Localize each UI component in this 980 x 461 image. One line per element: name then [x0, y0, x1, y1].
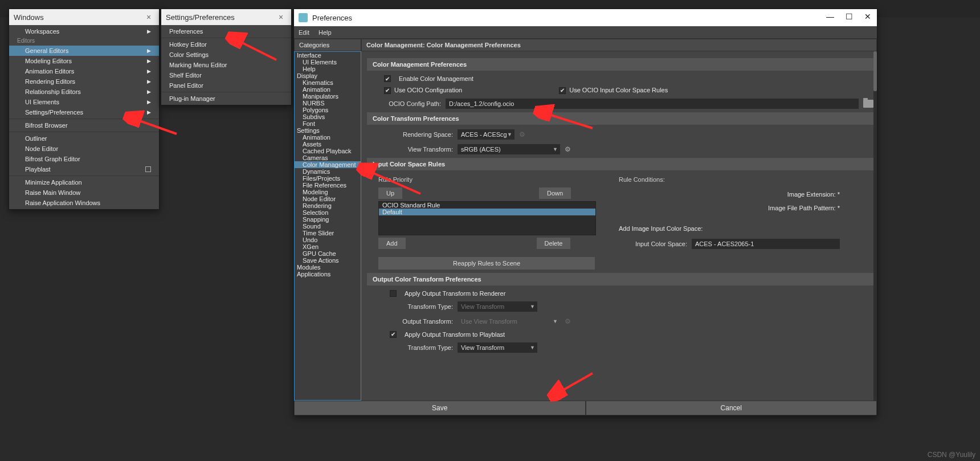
category-item[interactable]: Applications: [295, 271, 361, 278]
category-item[interactable]: Rendering: [295, 202, 361, 209]
section-ct: Color Transform Preferences: [367, 112, 873, 125]
close-icon[interactable]: ✕: [864, 12, 871, 21]
category-item[interactable]: Dynamics: [295, 168, 361, 175]
menu-workspaces[interactable]: Workspaces▶: [9, 26, 159, 36]
ocio-path-input[interactable]: [446, 99, 859, 109]
category-item[interactable]: Snapping: [295, 216, 361, 223]
scrollbar-thumb[interactable]: [873, 51, 877, 91]
category-item[interactable]: Kinematics: [295, 79, 361, 86]
menu-general-editors[interactable]: General Editors▶: [9, 46, 159, 56]
category-item[interactable]: Animation: [295, 86, 361, 93]
maximize-icon[interactable]: ☐: [846, 12, 853, 21]
category-item[interactable]: Settings: [295, 127, 361, 134]
category-item[interactable]: Help: [295, 66, 361, 72]
menu-bifrost-browser[interactable]: Bifrost Browser: [9, 120, 159, 130]
category-item[interactable]: Undo: [295, 236, 361, 243]
gear-icon[interactable]: ⚙: [565, 145, 571, 153]
category-item[interactable]: Color Management: [295, 161, 361, 168]
scrollbar[interactable]: [873, 51, 877, 401]
ocio-path-label: OCIO Config Path:: [367, 100, 441, 107]
add-space-label: Add Image Input Color Space:: [619, 225, 840, 232]
rules-listbox[interactable]: OCIO Standard Rule Default: [378, 201, 596, 235]
category-item[interactable]: Modules: [295, 264, 361, 271]
view-tf-dropdown[interactable]: sRGB (ACES)▼: [458, 144, 560, 154]
menu-playblast[interactable]: Playblast: [9, 164, 159, 174]
menu-animation-editors[interactable]: Animation Editors▶: [9, 66, 159, 76]
menu-raise-main[interactable]: Raise Main Window: [9, 187, 159, 198]
category-item[interactable]: Cached Playback: [295, 148, 361, 154]
category-item[interactable]: Animation: [295, 134, 361, 141]
category-item[interactable]: XGen: [295, 243, 361, 250]
menu-bifrost-graph[interactable]: Bifrost Graph Editor: [9, 154, 159, 164]
category-item[interactable]: Cameras: [295, 154, 361, 161]
cancel-button[interactable]: Cancel: [586, 401, 877, 415]
up-button[interactable]: Up: [378, 187, 402, 199]
category-item[interactable]: Manipulators: [295, 93, 361, 100]
tf-type-dropdown-2[interactable]: View Transform▼: [458, 342, 537, 353]
menu-outliner[interactable]: Outliner: [9, 133, 159, 144]
category-item[interactable]: Display: [295, 72, 361, 79]
chevron-down-icon: ▼: [553, 319, 558, 324]
menu-minimize[interactable]: Minimize Application: [9, 177, 159, 187]
category-item[interactable]: Modeling: [295, 189, 361, 195]
submenu-shelf[interactable]: Shelf Editor: [161, 70, 291, 80]
checkbox-apply-renderer[interactable]: [390, 290, 397, 297]
category-item[interactable]: Selection: [295, 209, 361, 216]
submenu-preferences[interactable]: Preferences: [161, 26, 291, 36]
submenu-colors[interactable]: Color Settings: [161, 50, 291, 60]
menu-modeling-editors[interactable]: Modeling Editors▶: [9, 56, 159, 66]
category-item[interactable]: Font: [295, 120, 361, 127]
save-button[interactable]: Save: [294, 401, 586, 415]
gear-icon[interactable]: ⚙: [565, 317, 571, 325]
submenu-plugin[interactable]: Plug-in Manager: [161, 93, 291, 104]
gear-icon[interactable]: ⚙: [519, 130, 525, 138]
checkbox-use-ocio[interactable]: ✔: [384, 87, 391, 94]
category-item[interactable]: Interface: [295, 52, 361, 59]
close-icon[interactable]: ×: [279, 13, 288, 22]
checkbox-use-rules[interactable]: ✔: [559, 87, 566, 94]
submenu-marking[interactable]: Marking Menu Editor: [161, 60, 291, 70]
submenu-panel[interactable]: Panel Editor: [161, 80, 291, 91]
category-item[interactable]: Node Editor: [295, 195, 361, 202]
close-icon[interactable]: ×: [146, 13, 156, 22]
chevron-down-icon: ▼: [507, 132, 512, 137]
category-item[interactable]: Time Slider: [295, 230, 361, 236]
category-item[interactable]: File References: [295, 182, 361, 189]
menu-settings-prefs[interactable]: Settings/Preferences▶: [9, 107, 159, 117]
checkbox-enable-cm[interactable]: ✔: [384, 75, 391, 82]
menu-ui-elements[interactable]: UI Elements▶: [9, 97, 159, 107]
category-item[interactable]: Assets: [295, 141, 361, 148]
option-box-icon[interactable]: [145, 166, 151, 172]
rule-item[interactable]: OCIO Standard Rule: [379, 202, 595, 209]
menu-node-editor[interactable]: Node Editor: [9, 144, 159, 154]
menu-relationship-editors[interactable]: Relationship Editors▶: [9, 87, 159, 97]
category-item[interactable]: Save Actions: [295, 257, 361, 264]
category-item[interactable]: GPU Cache: [295, 250, 361, 257]
delete-button[interactable]: Delete: [537, 238, 571, 249]
menu-raise-all[interactable]: Raise Application Windows: [9, 198, 159, 208]
category-item[interactable]: Polygons: [295, 107, 361, 113]
category-item[interactable]: Subdivs: [295, 113, 361, 120]
render-space-dropdown[interactable]: ACES - ACEScg▼: [458, 129, 514, 140]
add-button[interactable]: Add: [378, 238, 406, 249]
categories-list[interactable]: InterfaceUI ElementsHelpDisplayKinematic…: [294, 51, 361, 401]
menu-edit[interactable]: Edit: [299, 29, 309, 36]
chevron-right-icon: ▶: [147, 107, 151, 117]
checkbox-apply-playblast[interactable]: ✔: [390, 331, 397, 338]
category-item[interactable]: Sound: [295, 223, 361, 230]
tf-type-label: Transform Type:: [367, 303, 453, 310]
menu-rendering-editors[interactable]: Rendering Editors▶: [9, 76, 159, 87]
prefs-titlebar: Preferences — ☐ ✕: [294, 9, 877, 26]
reapply-button[interactable]: Reapply Rules to Scene: [378, 257, 595, 270]
category-item[interactable]: NURBS: [295, 100, 361, 107]
menu-help[interactable]: Help: [318, 29, 332, 36]
minimize-icon[interactable]: —: [826, 12, 834, 21]
category-item[interactable]: UI Elements: [295, 59, 361, 66]
browse-folder-icon[interactable]: [863, 100, 873, 108]
label-enable-cm: Enable Color Management: [399, 75, 473, 82]
rule-item[interactable]: Default: [379, 209, 595, 215]
down-button[interactable]: Down: [539, 187, 571, 199]
category-item[interactable]: Files/Projects: [295, 175, 361, 182]
submenu-hotkey[interactable]: Hotkey Editor: [161, 39, 291, 50]
input-cs-dropdown[interactable]: ACES - ACES2065-1: [692, 239, 840, 249]
